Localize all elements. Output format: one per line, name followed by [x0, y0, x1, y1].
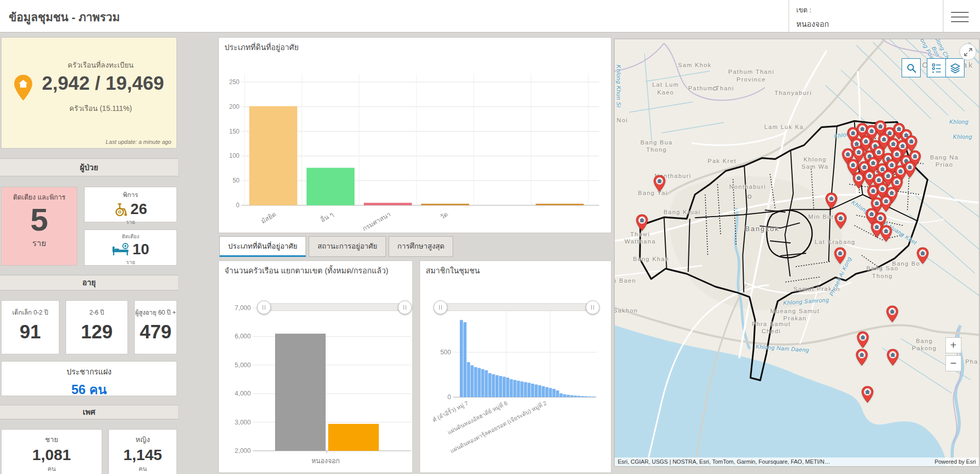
- house-pin-marker[interactable]: [903, 161, 916, 178]
- last-update-text: Last update: a minute ago: [106, 139, 171, 145]
- disabled-value: 26: [131, 201, 147, 218]
- tab-highest-education[interactable]: การศึกษาสูงสุด: [389, 236, 453, 257]
- svg-text:2,000: 2,000: [235, 447, 251, 454]
- bedridden-unit: ราย: [85, 258, 176, 267]
- map-zoom-out-button[interactable]: −: [945, 355, 961, 371]
- svg-text:กรมศาสนา: กรมศาสนา: [361, 210, 392, 232]
- map-canvas[interactable]: Sam KhokPathum Thani ProvinceLat Lum Kae…: [614, 39, 979, 467]
- house-pin-marker[interactable]: [635, 214, 648, 231]
- land-type-bar-chart: 050100150200250มัสยิดอื่น ๆกรมศาสนาวัด: [219, 38, 612, 234]
- svg-text:7,000: 7,000: [235, 304, 251, 312]
- page-title: ข้อมูลชุมชน - ภาพรวม: [9, 8, 120, 26]
- bedridden-disabled-card: ติดเตียง และพิการ 5 ราย: [1, 187, 77, 266]
- slider-handle-right[interactable]: [586, 300, 600, 314]
- hidden-population-value: 56 คน: [2, 379, 176, 400]
- bed-icon: [112, 243, 131, 256]
- house-pin-marker[interactable]: [886, 305, 898, 322]
- svg-text:มัสยิด: มัสยิด: [260, 210, 277, 225]
- female-label: หญิง: [109, 434, 176, 445]
- svg-text:250: 250: [229, 78, 239, 86]
- male-value: 1,081: [2, 446, 102, 464]
- disabled-label: พิการ: [85, 190, 176, 200]
- tab-residence-status[interactable]: สถานะการอยู่อาศัย: [309, 236, 386, 257]
- map-legend-button[interactable]: [927, 58, 946, 77]
- disabled-card: พิการ 26 ราย: [84, 187, 177, 222]
- bedridden-disabled-unit: ราย: [2, 237, 77, 250]
- land-type-chart-card: ประเภทที่ดินที่อยู่อาศัย 050100150200250…: [218, 37, 612, 233]
- slider-handle-left[interactable]: [257, 300, 271, 314]
- bedridden-label: ติดเตียง: [85, 233, 176, 240]
- house-pin-marker[interactable]: [834, 212, 847, 229]
- house-pin-marker[interactable]: [855, 349, 868, 366]
- map-attribution: Esri, CGIAR, USGS | NOSTRA, Esri, TomTom…: [615, 457, 979, 466]
- map-zoom-in-button[interactable]: +: [945, 337, 961, 353]
- svg-text:0: 0: [447, 394, 451, 401]
- slider-handle-left[interactable]: [433, 300, 447, 314]
- community-members-chart-card: สมาชิกในชุมชน 05001,000ศ์ (ลำอีรั้ว) หมู…: [420, 260, 612, 473]
- house-pin-marker[interactable]: [861, 386, 874, 403]
- header: ข้อมูลชุมชน - ภาพรวม เขต : หนองจอก: [0, 0, 980, 32]
- male-unit: คน: [2, 464, 102, 473]
- bedridden-card: ติดเตียง 10 ราย: [84, 230, 177, 266]
- bedridden-disabled-value: 5: [2, 203, 77, 237]
- slider-handle-right[interactable]: [398, 300, 412, 314]
- house-pin-icon: [13, 74, 34, 102]
- expand-arrows-icon: [963, 47, 973, 57]
- house-pin-marker[interactable]: [917, 247, 929, 264]
- households-by-district-chart-card: จำนวนครัวเรือน แยกตามเขต (ทั้งหมด/กรอกแล…: [218, 260, 413, 473]
- house-pin-marker[interactable]: [825, 192, 838, 209]
- district-value: หนองจอก: [796, 18, 936, 30]
- households-sub-label: ครัวเรือน (15.111%): [30, 103, 171, 114]
- age-2-6-value: 129: [66, 321, 127, 343]
- svg-text:6,000: 6,000: [235, 333, 251, 340]
- male-card: ชาย 1,081 คน: [1, 429, 102, 474]
- disabled-unit: ราย: [85, 218, 176, 226]
- households-label: ครัวเรือนที่ลงทะเบียน: [30, 59, 171, 71]
- svg-text:200: 200: [229, 103, 239, 110]
- hidden-population-card: ประชากรแฝง 56 คน: [1, 361, 177, 396]
- house-pin-marker[interactable]: [886, 349, 899, 366]
- map-search-button[interactable]: [902, 58, 921, 77]
- gender-section-header: เพศ: [0, 405, 178, 419]
- map-expand-button[interactable]: [959, 43, 976, 60]
- svg-text:500: 500: [440, 349, 451, 356]
- age-2-6-label: 2-6 ปี: [66, 307, 127, 317]
- age-60plus-value: 479: [135, 321, 176, 343]
- members-chart-title: สมาชิกในชุมชน: [426, 265, 480, 277]
- registered-households-card: ครัวเรือนที่ลงทะเบียน 2,942 / 19,469 ครั…: [1, 37, 177, 149]
- house-pin-marker[interactable]: [879, 225, 892, 242]
- chart-tabs: ประเภทที่ดินที่อยู่อาศัย สถานะการอยู่อาศ…: [219, 236, 453, 257]
- district-selector[interactable]: เขต : หนองจอก: [789, 0, 943, 32]
- age-60plus-label: ผู้สูงอายุ 60 ปี +: [135, 307, 176, 317]
- age-0-2-value: 91: [2, 321, 59, 343]
- svg-text:หนองจอก: หนองจอก: [312, 457, 340, 465]
- members-bar-chart: 05001,000ศ์ (ลำอีรั้ว) หมู่ 7แผ่นดินทองอ…: [420, 261, 612, 472]
- age-section-header: อายุ: [0, 275, 178, 290]
- svg-text:ศ์ (ลำอีรั้ว) หมู่ 7: ศ์ (ลำอีรั้ว) หมู่ 7: [431, 399, 469, 423]
- powered-by-esri: Powered by Esri: [935, 457, 976, 466]
- tab-land-type[interactable]: ประเภทที่ดินที่อยู่อาศัย: [219, 236, 306, 257]
- svg-text:100: 100: [229, 152, 239, 159]
- svg-text:วัด: วัด: [439, 210, 449, 221]
- bedridden-disabled-label: ติดเตียง และพิการ: [2, 192, 77, 203]
- households-bar-chart: 2,0003,0004,0005,0006,0007,000หนองจอก: [219, 261, 413, 472]
- hamburger-menu-icon[interactable]: [951, 10, 969, 23]
- svg-text:อื่น ๆ: อื่น ๆ: [319, 210, 335, 224]
- attribution-sources: Esri, CGIAR, USGS | NOSTRA, Esri, TomTom…: [618, 457, 830, 466]
- house-pin-marker[interactable]: [856, 331, 869, 348]
- age-card-2-6: 2-6 ปี 129: [66, 300, 128, 354]
- land-type-chart-title: ประเภทที่ดินที่อยู่อาศัย: [224, 41, 299, 54]
- hidden-population-label: ประชากรแฝง: [2, 366, 176, 378]
- svg-text:150: 150: [229, 128, 239, 135]
- svg-text:3,000: 3,000: [235, 419, 251, 426]
- patients-section-header: ผู้ป่วย: [0, 158, 178, 176]
- house-pin-marker[interactable]: [834, 247, 847, 264]
- house-pin-marker[interactable]: [653, 175, 666, 192]
- female-card: หญิง 1,145 คน: [108, 429, 177, 474]
- age-card-60plus: ผู้สูงอายุ 60 ปี + 479: [134, 300, 177, 354]
- female-unit: คน: [109, 464, 176, 473]
- female-value: 1,145: [109, 446, 176, 464]
- house-pin-marker[interactable]: [879, 195, 892, 212]
- legend-list-icon: [931, 63, 942, 73]
- map-layers-button[interactable]: [945, 58, 965, 77]
